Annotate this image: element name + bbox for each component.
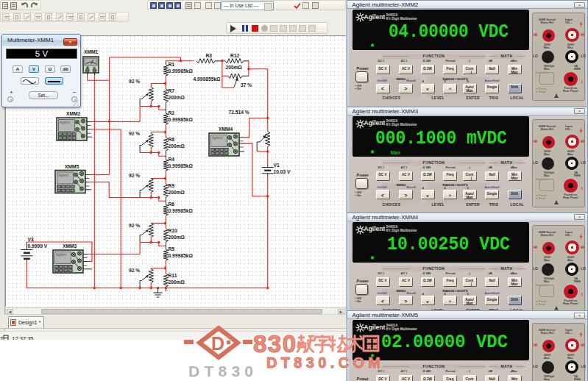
svg-text:0.99985kΩ: 0.99985kΩ [169,163,194,168]
svg-text:200mΩ: 200mΩ [169,143,185,149]
svg-text:R1: R1 [169,62,175,67]
svg-text:XMM3: XMM3 [63,243,77,249]
svg-text:0.99985kΩ: 0.99985kΩ [169,208,194,213]
svg-text:R2: R2 [169,110,175,115]
svg-text:V3: V3 [28,237,34,242]
svg-text:R8: R8 [169,137,175,142]
svg-text:Agilent:: Agilent: [58,174,69,177]
svg-text:0.99985kΩ: 0.99985kΩ [169,117,194,122]
svg-text:R9: R9 [169,183,175,188]
svg-text:92 %: 92 % [129,131,140,136]
svg-text:0.9999 V: 0.9999 V [28,243,48,249]
svg-text:0.99985kΩ: 0.99985kΩ [169,68,194,74]
svg-text:R3: R3 [206,53,213,58]
svg-text:92 %: 92 % [129,268,140,273]
svg-text:R4: R4 [169,157,175,162]
svg-text:200mΩ: 200mΩ [226,65,243,70]
svg-text:0.99985kΩ: 0.99985kΩ [169,253,194,258]
svg-text:92 %: 92 % [129,223,140,228]
svg-text:R12: R12 [230,53,240,58]
svg-text:02.00000 VDC: 02.00000 VDC [381,332,508,353]
svg-text:200mΩ: 200mΩ [169,95,185,100]
svg-text:R7: R7 [169,88,175,93]
svg-text:Agilent:: Agilent: [212,136,223,140]
svg-text:200mΩ: 200mΩ [169,190,185,195]
svg-text:92 %: 92 % [129,173,140,178]
svg-text:R5: R5 [169,246,175,252]
svg-text:92 %: 92 % [129,79,140,84]
svg-text:37 %: 37 % [241,82,252,88]
svg-text:XMM2: XMM2 [66,111,81,116]
svg-text:Agilent:: Agilent: [56,253,67,257]
svg-text:10.00250 VDC: 10.00250 VDC [387,234,510,255]
svg-text:XMM1: XMM1 [84,49,99,54]
svg-text:Agilent:: Agilent: [60,121,71,124]
svg-text:200mΩ: 200mΩ [169,279,185,285]
svg-text:10.03 V: 10.03 V [274,169,291,174]
svg-text:000.1000 mVDC: 000.1000 mVDC [375,128,507,149]
svg-text:72.514 %: 72.514 % [229,110,249,115]
svg-text:R11: R11 [169,273,177,278]
svg-text:R10: R10 [169,228,178,233]
svg-text:200mΩ: 200mΩ [169,235,185,240]
svg-text:V1: V1 [274,163,280,168]
svg-text:XMM5: XMM5 [65,164,79,169]
svg-text:04.00000 VDC: 04.00000 VDC [389,21,509,43]
svg-text:4.999855kΩ: 4.999855kΩ [194,76,222,82]
svg-text:R6: R6 [169,202,175,207]
svg-text:XMM4: XMM4 [219,127,233,132]
